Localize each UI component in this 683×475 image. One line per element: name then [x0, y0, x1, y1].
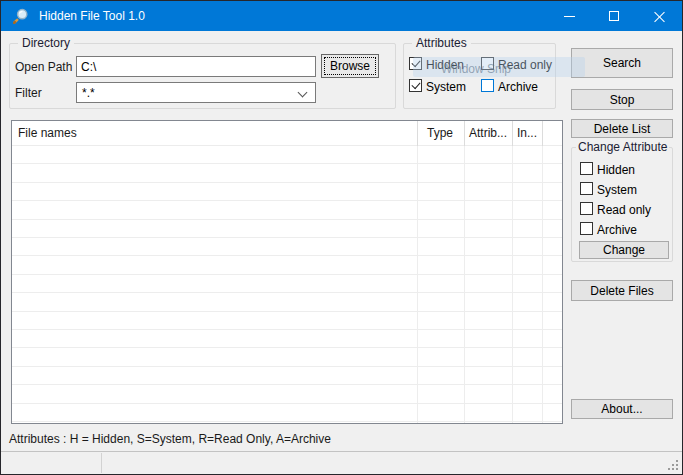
file-list-body[interactable] [12, 146, 562, 423]
browse-button[interactable]: Browse [321, 54, 379, 78]
change-button[interactable]: Change [579, 241, 669, 259]
attr-archive-label: Archive [498, 80, 538, 94]
search-button[interactable]: Search [571, 48, 673, 78]
attributes-groupbox: Attributes [403, 43, 556, 109]
grid-column-line [512, 146, 513, 423]
grid-column-line [542, 146, 543, 423]
minimize-button[interactable] [547, 1, 592, 31]
open-path-label: Open Path [15, 60, 72, 74]
checkbox-icon [481, 79, 494, 92]
filter-combobox[interactable]: *.* [76, 82, 316, 103]
chevron-down-icon [298, 88, 308, 98]
attr-system-label: System [426, 80, 466, 94]
attr-hidden-label: Hidden [426, 58, 464, 72]
filter-label: Filter [15, 86, 42, 100]
magnifier-icon [13, 8, 29, 24]
directory-group-label: Directory [18, 36, 74, 50]
stop-button-label: Stop [610, 93, 635, 107]
grid-column-line [464, 146, 465, 423]
browse-button-label: Browse [330, 59, 370, 73]
close-button[interactable] [637, 1, 682, 31]
window-title: Hidden File Tool 1.0 [39, 1, 145, 31]
change-button-label: Change [603, 243, 645, 257]
maximize-icon [609, 11, 619, 21]
window-controls [547, 1, 682, 31]
column-header-type[interactable]: Type [427, 121, 453, 146]
file-list[interactable]: File names Type Attrib... In... [11, 120, 563, 424]
close-icon [654, 11, 665, 22]
status-bar-divider [101, 453, 102, 473]
checkbox-icon [409, 79, 422, 92]
stop-button[interactable]: Stop [571, 89, 673, 110]
column-header-file-names[interactable]: File names [18, 121, 77, 146]
column-divider[interactable] [464, 121, 465, 146]
delete-list-button[interactable]: Delete List [571, 119, 673, 138]
checkbox-icon [580, 222, 593, 235]
column-header-attrib[interactable]: Attrib... [469, 121, 507, 146]
maximize-button[interactable] [592, 1, 637, 31]
open-path-input[interactable] [76, 56, 316, 77]
delete-files-button-label: Delete Files [590, 284, 653, 298]
delete-files-button[interactable]: Delete Files [571, 280, 673, 301]
attributes-group-label: Attributes [412, 36, 471, 50]
about-button-label: About... [601, 402, 642, 416]
checkbox-icon [580, 182, 593, 195]
app-window: Hidden File Tool 1.0 Directory Open Path… [0, 0, 683, 475]
column-divider[interactable] [512, 121, 513, 146]
change-attribute-group-label: Change Attribute [576, 140, 669, 154]
titlebar[interactable]: Hidden File Tool 1.0 [1, 1, 682, 31]
status-bar [1, 451, 682, 474]
column-divider[interactable] [542, 121, 543, 146]
checkbox-icon [409, 57, 422, 70]
about-button[interactable]: About... [571, 399, 673, 419]
change-hidden-label: Hidden [597, 163, 635, 177]
column-header-in[interactable]: In... [517, 121, 537, 146]
change-readonly-label: Read only [597, 203, 651, 217]
grid-column-line [417, 146, 418, 423]
delete-list-button-label: Delete List [594, 122, 651, 136]
attr-readonly-label: Read only [498, 58, 552, 72]
attributes-legend: Attributes : H = Hidden, S=System, R=Rea… [9, 432, 331, 446]
column-divider[interactable] [417, 121, 418, 146]
checkbox-icon [580, 202, 593, 215]
checkbox-icon [580, 162, 593, 175]
change-system-label: System [597, 183, 637, 197]
resize-grip-icon[interactable] [676, 468, 678, 470]
change-archive-label: Archive [597, 223, 637, 237]
filter-value: *.* [82, 86, 95, 100]
minimize-icon [564, 16, 575, 17]
search-button-label: Search [603, 56, 641, 70]
file-list-header: File names Type Attrib... In... [12, 121, 562, 146]
checkbox-icon [481, 57, 494, 70]
